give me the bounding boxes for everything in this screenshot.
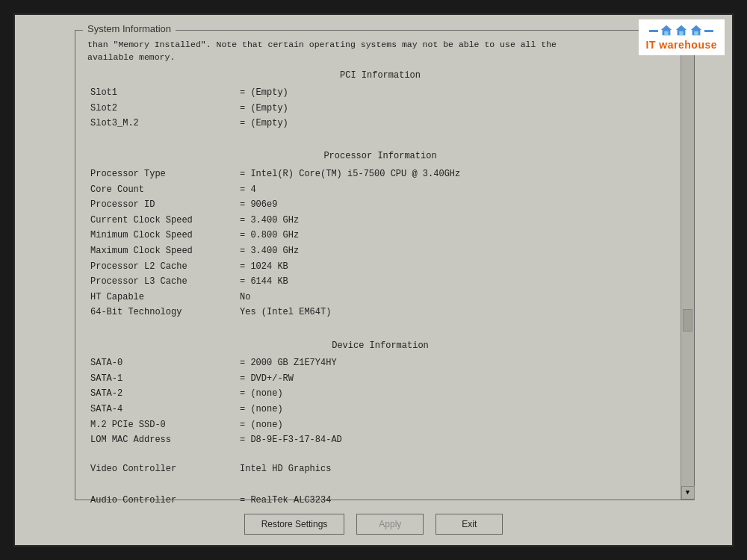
l2-cache-value: = 1024 KB [237,259,673,275]
table-row: Current Clock Speed = 3.400 GHz [87,213,673,228]
pci-slot2-value: = (Empty) [237,101,673,116]
pci-slot1-label: Slot1 [87,85,237,101]
sata1-value: = DVD+/-RW [237,371,673,387]
proc-type-label: Processor Type [87,167,237,182]
table-row: Processor L3 Cache = 6144 KB [87,274,673,290]
house-icon-2 [675,24,688,37]
table-row: Video Controller Intel HD Graphics [87,461,673,477]
table-row [87,477,673,493]
l3-cache-label: Processor L3 Cache [87,274,237,290]
system-info-panel: System Information ▲ ▼ than "Memory Inst… [75,30,695,500]
table-row: 64-Bit Technology Yes (Intel EM64T) [87,305,673,320]
proc-type-value: = Intel(R) Core(TM) i5-7500 CPU @ 3.40GH… [237,167,673,182]
curr-clock-value: = 3.400 GHz [237,213,673,228]
64bit-label: 64-Bit Technology [87,305,237,320]
exit-button[interactable]: Exit [436,514,503,535]
house-icon-1 [660,24,673,37]
table-row: SATA-4 = (none) [87,402,673,417]
panel-content: than "Memory Installed". Note that certa… [75,31,694,515]
table-row: Core Count = 4 [87,182,673,198]
sata2-label: SATA-2 [87,386,237,402]
scrollbar[interactable]: ▲ ▼ [681,31,694,500]
pci-slot3-label: Slot3_M.2 [87,116,237,131]
svg-rect-3 [680,31,684,35]
lom-mac-value: = D8-9E-F3-17-84-AD [237,432,673,448]
table-row: M.2 PCIe SSD-0 = (none) [87,417,673,433]
table-row: Slot1 = (Empty) [87,85,673,101]
device-table: SATA-0 = 2000 GB Z1E7Y4HY SATA-1 = DVD+/… [87,355,673,448]
ht-capable-label: HT Capable [87,290,237,305]
sata4-value: = (none) [237,402,673,417]
processor-header: Processor Information [87,149,673,164]
device-header: Device Information [87,339,673,353]
m2-ssd-label: M.2 PCIe SSD-0 [87,417,237,433]
scrollbar-track[interactable] [681,44,694,486]
table-row: Processor ID = 906e9 [87,197,673,213]
table-row: Maximum Clock Speed = 3.400 GHz [87,243,673,259]
table-row: Processor Type = Intel(R) Core(TM) i5-75… [87,167,673,182]
min-clock-value: = 0.800 GHz [237,228,673,243]
table-row: Audio Controller = RealTek ALC3234 [87,493,673,508]
restore-settings-button[interactable]: Restore Settings [244,514,345,535]
l3-cache-value: = 6144 KB [237,274,673,290]
screen: IT warehouse System Information ▲ ▼ than… [15,15,732,545]
table-row: SATA-1 = DVD+/-RW [87,371,673,387]
house-icon-3 [689,24,703,37]
table-row: Slot2 = (Empty) [87,101,673,116]
monitor-bezel: IT warehouse System Information ▲ ▼ than… [7,7,740,553]
sata1-label: SATA-1 [87,371,237,387]
processor-table: Processor Type = Intel(R) Core(TM) i5-75… [87,167,673,320]
64bit-value: Yes (Intel EM64T) [237,305,673,320]
scroll-down-arrow[interactable]: ▼ [681,486,695,500]
proc-id-label: Processor ID [87,197,237,213]
proc-id-value: = 906e9 [237,197,673,213]
max-clock-label: Maximum Clock Speed [87,243,237,259]
pci-slot2-label: Slot2 [87,101,237,116]
core-count-label: Core Count [87,182,237,198]
min-clock-label: Minimum Clock Speed [87,228,237,243]
sata0-value: = 2000 GB Z1E7Y4HY [237,355,673,371]
pci-header: PCI Information [87,69,673,83]
audio-value: = RealTek ALC3234 [237,493,673,508]
curr-clock-label: Current Clock Speed [87,213,237,228]
sata4-label: SATA-4 [87,402,237,417]
pci-slot3-value: = (Empty) [237,116,673,131]
svg-rect-5 [695,31,698,35]
core-count-value: = 4 [237,182,673,198]
panel-title: System Information [83,23,176,34]
ht-capable-value: No [237,290,673,305]
audio-label: Audio Controller [87,493,237,508]
extra-table: Video Controller Intel HD Graphics Audio… [87,461,673,508]
pci-slot1-value: = (Empty) [237,85,673,101]
table-row: SATA-0 = 2000 GB Z1E7Y4HY [87,355,673,371]
m2-ssd-value: = (none) [237,417,673,433]
l2-cache-label: Processor L2 Cache [87,259,237,275]
pci-table: Slot1 = (Empty) Slot2 = (Empty) Slot3_M.… [87,85,673,131]
sata2-value: = (none) [237,386,673,402]
table-row: LOM MAC Address = D8-9E-F3-17-84-AD [87,432,673,448]
logo-houses [649,24,713,37]
apply-button[interactable]: Apply [356,514,424,535]
top-note: than "Memory Installed". Note that certa… [87,38,673,64]
logo-container: IT warehouse [639,19,725,55]
svg-rect-1 [665,31,669,35]
video-value: Intel HD Graphics [237,461,673,477]
sata0-label: SATA-0 [87,355,237,371]
button-bar: Restore Settings Apply Exit [15,514,732,535]
table-row: Slot3_M.2 = (Empty) [87,116,673,131]
max-clock-value: = 3.400 GHz [237,243,673,259]
video-label: Video Controller [87,461,237,477]
logo-text: IT warehouse [646,39,717,51]
table-row: Minimum Clock Speed = 0.800 GHz [87,228,673,243]
table-row: Processor L2 Cache = 1024 KB [87,259,673,275]
scrollbar-thumb[interactable] [683,309,692,332]
table-row: SATA-2 = (none) [87,386,673,402]
lom-mac-label: LOM MAC Address [87,432,237,448]
table-row: HT Capable No [87,290,673,305]
